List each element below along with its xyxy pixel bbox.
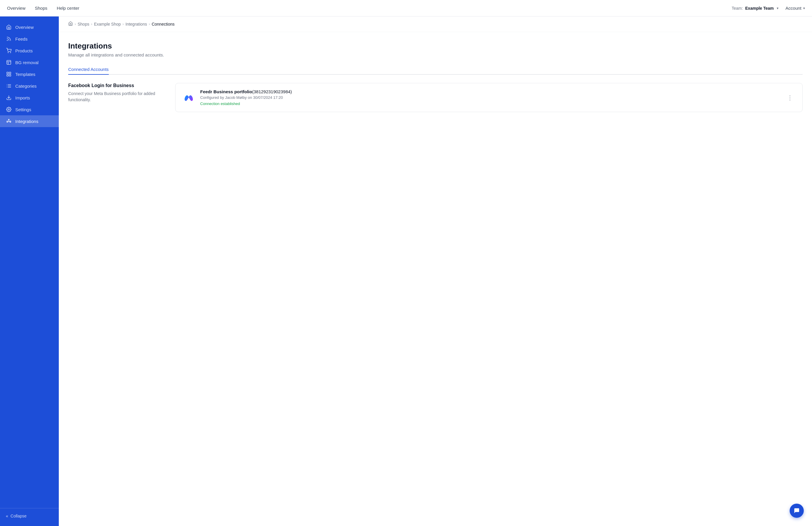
tabs: Connected Accounts [68, 65, 802, 75]
breadcrumb: › Shops › Example Shop › Integrations › … [59, 16, 812, 32]
breadcrumb-example-shop[interactable]: Example Shop [94, 22, 121, 27]
products-icon [6, 48, 12, 54]
categories-icon [6, 83, 12, 89]
svg-rect-7 [7, 75, 8, 76]
sidebar-item-categories[interactable]: Categories [0, 80, 59, 92]
settings-icon [6, 106, 12, 112]
templates-icon [6, 71, 12, 77]
breadcrumb-connections: Connections [152, 22, 175, 27]
tab-connected-accounts[interactable]: Connected Accounts [68, 65, 109, 75]
portfolio-id: (381292319023984) [252, 89, 292, 94]
integration-card: Feedr Business portfolio(381292319023984… [175, 83, 802, 112]
feeds-icon [6, 36, 12, 42]
svg-point-18 [9, 119, 10, 120]
page-subtitle: Manage all integrations and connected ac… [68, 52, 802, 57]
sidebar-item-imports[interactable]: Imports [0, 92, 59, 103]
sidebar-label-bg-removal: BG removal [15, 60, 39, 65]
breadcrumb-sep-2: › [91, 22, 92, 26]
page-content: Integrations Manage all integrations and… [59, 32, 812, 122]
svg-rect-5 [10, 72, 11, 73]
top-nav-right: Team: Example Team ▾ Account ▾ [732, 5, 805, 11]
team-dropdown-icon[interactable]: ▾ [777, 6, 779, 10]
sidebar-bottom: « Collapse [0, 508, 59, 521]
collapse-label: Collapse [11, 514, 27, 518]
svg-point-15 [8, 109, 10, 110]
top-nav: Overview Shops Help center Team: Example… [0, 0, 812, 16]
svg-rect-3 [7, 60, 11, 65]
sidebar-label-categories: Categories [15, 84, 37, 88]
integrations-icon [6, 118, 12, 124]
sidebar-label-templates: Templates [15, 72, 35, 77]
breadcrumb-sep-1: › [75, 22, 76, 26]
account-button[interactable]: Account ▾ [785, 5, 805, 11]
team-name: Example Team [745, 6, 774, 11]
svg-point-0 [7, 40, 8, 41]
breadcrumb-home[interactable] [68, 21, 73, 27]
home-icon [6, 24, 12, 30]
integration-name: Facebook Login for Business [68, 83, 168, 88]
svg-rect-4 [7, 72, 8, 73]
integration-row: Facebook Login for Business Connect your… [68, 83, 802, 112]
sidebar-item-feeds[interactable]: Feeds [0, 33, 59, 45]
breadcrumb-integrations[interactable]: Integrations [126, 22, 147, 27]
collapse-icon: « [6, 514, 8, 518]
breadcrumb-sep-4: › [149, 22, 150, 26]
meta-logo [183, 91, 195, 104]
svg-rect-6 [10, 75, 11, 76]
sidebar-item-bg-removal[interactable]: BG removal [0, 56, 59, 68]
chat-bubble[interactable] [790, 503, 804, 518]
sidebar-item-settings[interactable]: Settings [0, 103, 59, 115]
top-nav-links: Overview Shops Help center [7, 4, 79, 12]
page-title: Integrations [68, 42, 802, 51]
sidebar: Overview Feeds Products [0, 16, 59, 526]
layout: Overview Feeds Products [0, 16, 812, 526]
integration-description: Facebook Login for Business Connect your… [68, 83, 168, 103]
team-label: Team: [732, 6, 743, 11]
sidebar-label-settings: Settings [15, 107, 31, 112]
nav-help[interactable]: Help center [57, 4, 79, 12]
portfolio-name: Feedr Business portfolio [200, 89, 252, 94]
sidebar-item-overview[interactable]: Overview [0, 21, 59, 33]
sidebar-item-templates[interactable]: Templates [0, 68, 59, 80]
breadcrumb-shops[interactable]: Shops [77, 22, 89, 27]
bg-removal-icon [6, 59, 12, 65]
integration-desc: Connect your Meta Business portfolio for… [68, 90, 168, 103]
sidebar-label-integrations: Integrations [15, 119, 38, 124]
sidebar-label-overview: Overview [15, 25, 34, 30]
sidebar-item-products[interactable]: Products [0, 45, 59, 56]
collapse-button[interactable]: « Collapse [0, 511, 59, 521]
svg-point-2 [10, 52, 11, 53]
sidebar-item-integrations[interactable]: Integrations [0, 115, 59, 127]
card-info: Feedr Business portfolio(381292319023984… [200, 89, 780, 106]
connection-status: Connection established [200, 101, 780, 106]
sidebar-label-imports: Imports [15, 95, 30, 100]
breadcrumb-sep-3: › [122, 22, 124, 26]
sidebar-label-feeds: Feeds [15, 37, 28, 42]
configured-by: Configured by Jacob Mølby on 30/07/2024 … [200, 95, 780, 100]
nav-overview[interactable]: Overview [7, 4, 26, 12]
account-dropdown-icon: ▾ [803, 6, 805, 10]
sidebar-label-products: Products [15, 48, 33, 53]
card-menu-button[interactable]: ⋮ [785, 94, 795, 102]
imports-icon [6, 95, 12, 101]
nav-shops[interactable]: Shops [35, 4, 48, 12]
card-title: Feedr Business portfolio(381292319023984… [200, 89, 780, 94]
main-content: › Shops › Example Shop › Integrations › … [59, 16, 812, 526]
svg-point-1 [8, 52, 9, 53]
